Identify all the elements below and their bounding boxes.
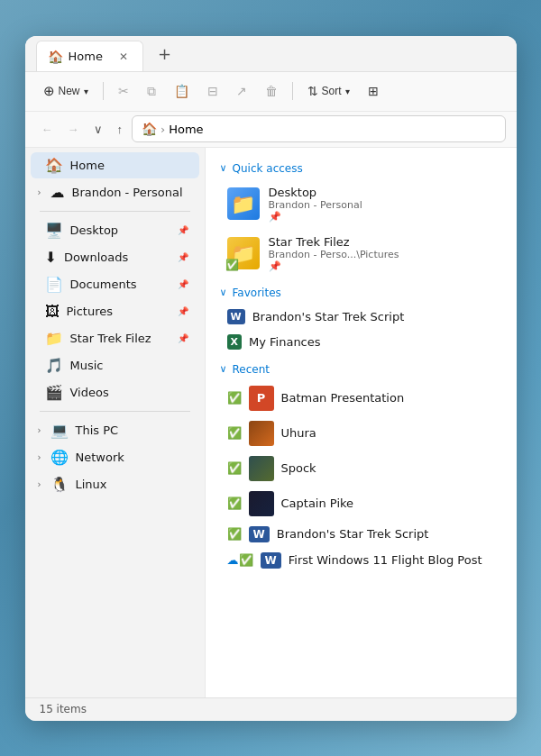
recent-item-uhura[interactable]: ✅ Uhura — [220, 416, 502, 451]
expand-arrow-linux: › — [38, 479, 41, 489]
sidebar-separator-1 — [40, 211, 190, 212]
cloud-icon: ☁ — [50, 184, 65, 201]
recent-locations-button[interactable]: ∨ — [88, 119, 108, 140]
sidebar-item-music[interactable]: 🎵 Music — [31, 352, 199, 378]
desktop-icon: 🖥️ — [45, 222, 63, 239]
recent-check-script: ✅ — [227, 527, 242, 541]
recent-cloud-check-blog: ☁✅ — [227, 553, 253, 567]
up-button[interactable]: ↑ — [112, 119, 129, 140]
sort-button[interactable]: ⇅ Sort ▾ — [300, 79, 357, 103]
music-icon: 🎵 — [45, 357, 63, 374]
sidebar-item-home[interactable]: 🏠 Home — [31, 152, 199, 178]
qa-desktop-path: Brandon - Personal — [269, 199, 362, 211]
main-content: 🏠 Home › ☁ Brandon - Personal 🖥️ Desktop… — [25, 148, 517, 697]
recent-spock-label: Spock — [281, 461, 316, 475]
new-button[interactable]: ⊕ New ▾ — [36, 78, 96, 104]
quick-access-header[interactable]: ∨ Quick access — [220, 162, 502, 175]
sidebar-separator-2 — [40, 411, 190, 412]
word-icon-script: W — [227, 309, 245, 324]
file-explorer-window: 🏠 Home ✕ + ⊕ New ▾ ✂ ⧉ 📋 ⊟ ↗ 🗑 — [25, 36, 517, 721]
sidebar-item-linux[interactable]: › 🐧 Linux — [31, 471, 199, 497]
recent-label: Recent — [233, 363, 270, 376]
recent-item-spock[interactable]: ✅ Spock — [220, 451, 502, 486]
favorites-arrow: ∨ — [220, 287, 227, 298]
qa-item-desktop[interactable]: 📁 Desktop Brandon - Personal 📌 — [220, 180, 502, 228]
fav-item-finances[interactable]: X My Finances — [220, 330, 502, 354]
documents-icon: 📄 — [45, 276, 63, 293]
videos-label: Videos — [70, 386, 188, 399]
view-icon: ⊞ — [368, 84, 379, 98]
linux-icon: 🐧 — [50, 476, 69, 493]
pin-icon-downloads: 📌 — [178, 252, 188, 262]
tab-close-button[interactable]: ✕ — [115, 49, 132, 65]
sidebar-item-brandon[interactable]: › ☁ Brandon - Personal — [31, 179, 199, 205]
startrek-folder-icon: 📁 — [45, 330, 63, 347]
window-tab[interactable]: 🏠 Home ✕ — [36, 41, 143, 71]
word-icon-recent-script: W — [249, 526, 270, 542]
recent-item-blog[interactable]: ☁✅ W First Windows 11 Flight Blog Post — [220, 548, 502, 573]
status-bar: 15 items — [25, 697, 517, 721]
recent-pike-label: Captain Pike — [281, 496, 354, 510]
recent-check-spock: ✅ — [227, 461, 242, 475]
sidebar-item-desktop[interactable]: 🖥️ Desktop 📌 — [31, 217, 199, 243]
sidebar-item-downloads[interactable]: ⬇ Downloads 📌 — [31, 244, 199, 270]
sort-label: Sort — [322, 85, 342, 97]
recent-arrow: ∨ — [220, 363, 227, 375]
view-button[interactable]: ⊞ — [361, 79, 386, 103]
back-button[interactable]: ← — [36, 119, 59, 140]
recent-item-pike[interactable]: ✅ Captain Pike — [220, 487, 502, 521]
sidebar-item-thispc[interactable]: › 💻 This PC — [31, 417, 199, 443]
tab-title: Home — [69, 50, 103, 63]
sidebar-item-network[interactable]: › 🌐 Network — [31, 444, 199, 470]
delete-button[interactable]: 🗑 — [258, 79, 285, 103]
fav-item-startrek-script[interactable]: W Brandon's Star Trek Script — [220, 305, 502, 329]
documents-label: Documents — [70, 278, 170, 291]
qa-desktop-pin: 📌 — [269, 211, 362, 223]
downloads-icon: ⬇ — [45, 249, 57, 266]
recent-item-script[interactable]: ✅ W Brandon's Star Trek Script — [220, 522, 502, 547]
network-icon: 🌐 — [50, 449, 69, 466]
cut-button[interactable]: ✂ — [111, 79, 136, 103]
path-separator: › — [160, 123, 165, 136]
copy-button[interactable]: ⧉ — [140, 79, 163, 104]
fav-finances-label: My Finances — [249, 335, 321, 349]
pin-icon-documents: 📌 — [178, 279, 188, 289]
sidebar-item-videos[interactable]: 🎬 Videos — [31, 379, 199, 405]
sidebar-item-documents[interactable]: 📄 Documents 📌 — [31, 271, 199, 297]
recent-check-uhura: ✅ — [227, 426, 242, 440]
qa-startrek-name: Star Trek Filez — [269, 235, 399, 249]
share-icon: ↗ — [236, 84, 247, 98]
title-bar: 🏠 Home ✕ + — [25, 36, 517, 72]
toolbar-separator-2 — [292, 82, 293, 100]
share-button[interactable]: ↗ — [229, 79, 254, 103]
rename-button[interactable]: ⊟ — [200, 79, 225, 103]
home-label: Home — [70, 159, 188, 172]
recent-check-batman: ✅ — [227, 391, 242, 405]
cut-icon: ✂ — [118, 84, 129, 98]
toolbar: ⊕ New ▾ ✂ ⧉ 📋 ⊟ ↗ 🗑 ⇅ Sort ▾ ⊞ — [25, 72, 517, 112]
forward-button[interactable]: → — [62, 119, 85, 140]
sidebar-item-startrek[interactable]: 📁 Star Trek Filez 📌 — [31, 325, 199, 351]
ppt-icon-batman: P — [249, 386, 274, 411]
pin-icon-startrek: 📌 — [178, 333, 188, 343]
pictures-icon: 🖼 — [45, 303, 60, 320]
paste-button[interactable]: 📋 — [167, 79, 197, 103]
address-bar: ← → ∨ ↑ 🏠 › Home — [25, 112, 517, 148]
excel-icon-finances: X — [227, 334, 242, 350]
recent-header[interactable]: ∨ Recent — [220, 363, 502, 376]
favorites-label: Favorites — [233, 287, 281, 299]
qa-startrek-pin: 📌 — [269, 260, 399, 272]
favorites-header[interactable]: ∨ Favorites — [220, 287, 502, 299]
expand-arrow-thispc: › — [38, 425, 41, 435]
expand-arrow-network: › — [38, 452, 41, 462]
address-path[interactable]: 🏠 › Home — [132, 115, 506, 142]
quick-access-arrow: ∨ — [220, 162, 227, 174]
desktop-label: Desktop — [70, 223, 170, 237]
recent-uhura-label: Uhura — [281, 426, 316, 440]
recent-item-batman[interactable]: ✅ P Batman Presentation — [220, 381, 502, 415]
recent-script-label: Brandon's Star Trek Script — [277, 527, 429, 541]
sidebar-item-pictures[interactable]: 🖼 Pictures 📌 — [31, 298, 199, 324]
network-label: Network — [76, 451, 188, 464]
new-tab-button[interactable]: + — [151, 42, 179, 65]
qa-item-startrek[interactable]: 📁 ✅ Star Trek Filez Brandon - Perso...\P… — [220, 230, 502, 278]
